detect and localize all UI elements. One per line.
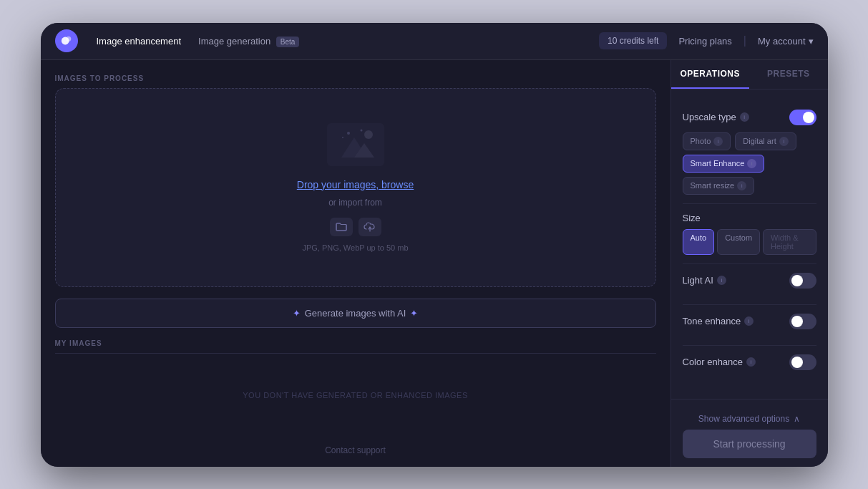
tone-enhance-info-icon: i <box>744 316 754 326</box>
upscale-opt-smart-resize[interactable]: Smart resize i <box>683 177 755 195</box>
light-ai-info-icon: i <box>717 276 726 285</box>
empty-images-message: You don't have generated or enhanced ima… <box>55 362 656 428</box>
browse-link[interactable]: browse <box>381 179 414 190</box>
operations-content: Upscale type i Photo i Digital art i <box>671 89 828 399</box>
size-options: Auto Custom Width & Height <box>683 229 816 255</box>
size-opt-custom[interactable]: Custom <box>717 229 760 255</box>
advanced-options-toggle[interactable]: Show advanced options ∧ <box>683 408 816 430</box>
upscale-opt-photo[interactable]: Photo i <box>683 132 731 150</box>
app-window: Image enhancement Image generation Beta … <box>41 23 828 467</box>
tone-enhance-toggle[interactable] <box>789 314 816 329</box>
smart-enhance-info-icon: i <box>747 159 756 168</box>
advanced-options-chevron: ∧ <box>794 414 800 424</box>
nav-items: Image enhancement Image generation Beta <box>89 32 600 51</box>
sparkle-right: ✦ <box>410 308 418 319</box>
size-section: Size Auto Custom Width & Height <box>683 204 816 264</box>
account-button[interactable]: My account ▾ <box>758 36 813 47</box>
beta-badge: Beta <box>276 37 300 47</box>
my-images-section: My images You don't have generated or en… <box>55 339 656 428</box>
file-hint: JPG, PNG, WebP up to 50 mb <box>302 243 408 252</box>
svg-point-7 <box>360 129 362 131</box>
images-section-label: Images to process <box>55 74 656 82</box>
svg-point-6 <box>347 132 350 135</box>
right-panel: Operations Presets Upscale type i <box>670 60 828 467</box>
svg-point-1 <box>66 37 71 42</box>
my-images-label: My images <box>55 339 656 347</box>
tone-enhance-title: Tone enhance i <box>683 316 754 326</box>
contact-support-link[interactable]: Contact support <box>55 440 656 461</box>
credits-badge: 10 credits left <box>599 32 667 49</box>
smart-resize-info-icon: i <box>737 181 746 190</box>
sparkle-left: ✦ <box>293 308 301 319</box>
light-ai-toggle[interactable] <box>789 273 816 289</box>
nav-item-image-generation[interactable]: Image generation Beta <box>191 32 306 51</box>
color-enhance-toggle[interactable] <box>789 354 816 370</box>
upscale-type-title: Upscale type i <box>683 112 749 122</box>
upscale-info-icon: i <box>740 112 749 122</box>
left-panel: Images to process <box>41 60 670 467</box>
pricing-plans-link[interactable]: Pricing plans <box>678 36 731 47</box>
color-enhance-title: Color enhance i <box>683 357 756 367</box>
upscale-opt-smart-enhance[interactable]: Smart Enhance i <box>683 155 765 173</box>
folder-icon[interactable] <box>330 218 353 236</box>
light-ai-header: Light AI i <box>683 273 816 289</box>
drop-zone[interactable]: Drop your images, browse or import from <box>55 88 656 287</box>
import-text: or import from <box>328 198 382 208</box>
separator: | <box>743 34 746 47</box>
header-right: 10 credits left Pricing plans | My accou… <box>599 32 813 49</box>
color-enhance-section: Color enhance i <box>683 346 816 386</box>
drop-text: Drop your images, browse <box>297 179 414 190</box>
upscale-type-header: Upscale type i <box>683 110 816 125</box>
cloud-icon[interactable] <box>359 218 381 236</box>
tone-enhance-section: Tone enhance i <box>683 305 816 346</box>
color-enhance-header: Color enhance i <box>683 354 816 370</box>
upscale-type-options: Photo i Digital art i Smart Enhance i <box>683 132 816 195</box>
generate-images-button[interactable]: ✦ Generate images with AI ✦ <box>55 299 656 328</box>
import-icons <box>330 218 381 236</box>
drop-icon <box>327 123 384 166</box>
photo-info-icon: i <box>713 137 723 146</box>
svg-point-8 <box>342 137 343 138</box>
size-opt-width-height[interactable]: Width & Height <box>763 229 816 255</box>
size-title: Size <box>683 213 816 223</box>
color-enhance-info-icon: i <box>746 357 756 367</box>
light-ai-title: Light AI i <box>683 275 726 286</box>
size-opt-auto[interactable]: Auto <box>683 229 715 255</box>
svg-point-5 <box>364 130 373 139</box>
upscale-opt-digital-art[interactable]: Digital art i <box>735 132 796 150</box>
tab-operations[interactable]: Operations <box>671 60 750 89</box>
panel-bottom: Show advanced options ∧ Start processing <box>671 399 828 467</box>
upscale-type-section: Upscale type i Photo i Digital art i <box>683 101 816 204</box>
light-ai-section: Light AI i <box>683 264 816 305</box>
tab-presets[interactable]: Presets <box>749 60 828 89</box>
upscale-type-toggle[interactable] <box>789 110 816 125</box>
divider <box>55 353 656 354</box>
panel-tabs: Operations Presets <box>671 60 828 89</box>
nav-item-image-enhancement[interactable]: Image enhancement <box>89 32 189 51</box>
digital-art-info-icon: i <box>779 137 789 146</box>
start-processing-button[interactable]: Start processing <box>683 430 816 458</box>
tone-enhance-header: Tone enhance i <box>683 314 816 329</box>
main-content: Images to process <box>41 60 828 467</box>
header: Image enhancement Image generation Beta … <box>41 23 828 60</box>
logo <box>55 29 78 52</box>
